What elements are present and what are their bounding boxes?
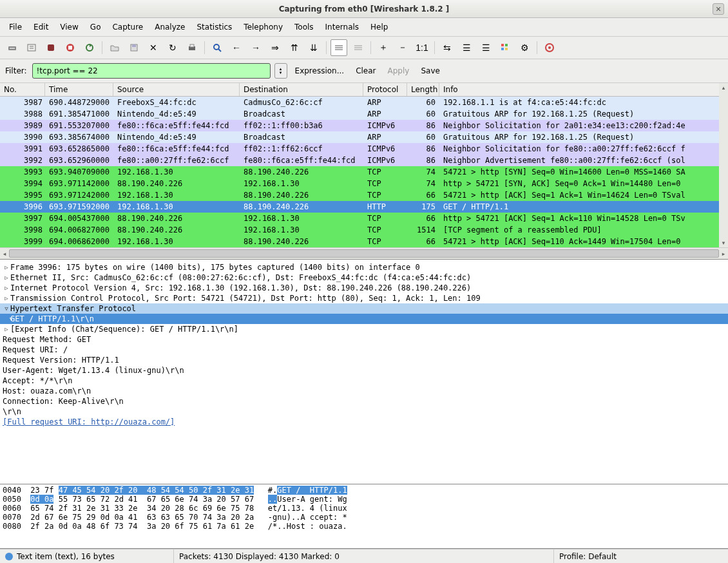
stop-capture-icon[interactable] — [62, 39, 79, 56]
detail-tcp[interactable]: ▷Transmission Control Protocol, Src Port… — [0, 293, 728, 303]
colorize-icon[interactable] — [330, 39, 347, 56]
packet-row[interactable]: 3994693.97114200088.190.240.226192.168.1… — [0, 178, 728, 189]
go-last-icon[interactable]: ⇊ — [305, 39, 322, 56]
menu-go[interactable]: Go — [85, 21, 106, 33]
interfaces-icon[interactable] — [4, 39, 21, 56]
packet-row[interactable]: 3993693.940709000192.168.1.3088.190.240.… — [0, 166, 728, 178]
main-toolbar: ✕ ↻ ← → ⇒ ⇈ ⇊ ＋ － 1:1 ⇆ ☰ ☰ ⚙ — [0, 37, 728, 59]
detail-http[interactable]: ▽Hypertext Transfer Protocol — [0, 303, 728, 314]
apply-button[interactable]: Apply — [384, 65, 414, 77]
hex-row[interactable]: 0060 65 74 2f 31 2e 31 33 2e 34 20 28 6c… — [3, 504, 725, 513]
hex-row[interactable]: 0050 0d 0a 55 73 65 72 2d 41 67 65 6e 74… — [3, 495, 725, 504]
menu-telephony[interactable]: Telephony — [238, 21, 288, 33]
packet-row[interactable]: 3997694.00543700088.190.240.226192.168.1… — [0, 213, 728, 224]
packet-row[interactable]: 3998694.00682700088.190.240.226192.168.1… — [0, 224, 728, 236]
menu-help[interactable]: Help — [365, 21, 393, 33]
restart-capture-icon[interactable] — [81, 39, 98, 56]
resize-columns-icon[interactable]: ⇆ — [439, 39, 455, 56]
detail-ua[interactable]: User-Agent: Wget/1.13.4 (linux-gnu)\r\n — [0, 365, 728, 376]
vertical-scrollbar[interactable]: ▴▾ — [719, 83, 728, 247]
clear-button[interactable]: Clear — [352, 65, 379, 77]
zoom-in-icon[interactable]: ＋ — [375, 39, 392, 56]
expert-indicator-icon[interactable] — [5, 553, 13, 560]
status-right[interactable]: Profile: Default — [554, 549, 728, 563]
menu-view[interactable]: View — [55, 21, 83, 33]
detail-version[interactable]: Request Version: HTTP/1.1 — [0, 355, 728, 365]
packet-list-body[interactable]: 3987690.448729000FreeboxS_44:fc:dcCadmus… — [0, 97, 728, 247]
hex-row[interactable]: 0080 2f 2a 0d 0a 48 6f 73 74 3a 20 6f 75… — [3, 522, 725, 531]
open-file-icon[interactable] — [106, 39, 123, 56]
detail-uri[interactable]: Request URI: / — [0, 345, 728, 355]
menubar: FileEditViewGoCaptureAnalyzeStatisticsTe… — [0, 18, 728, 37]
col-source[interactable]: Source — [113, 83, 240, 96]
svg-point-26 — [548, 46, 551, 49]
separator — [537, 41, 537, 54]
capture-filters-icon[interactable]: ☰ — [458, 39, 475, 56]
menu-analyze[interactable]: Analyze — [149, 21, 190, 33]
menu-capture[interactable]: Capture — [107, 21, 148, 33]
hex-row[interactable]: 0070 2d 67 6e 75 29 0d 0a 41 63 63 65 70… — [3, 513, 725, 522]
save-file-icon[interactable] — [126, 39, 142, 56]
go-first-icon[interactable]: ⇈ — [286, 39, 303, 56]
print-icon[interactable] — [184, 39, 200, 56]
find-icon[interactable] — [209, 39, 225, 56]
svg-rect-24 — [505, 48, 508, 50]
help-icon[interactable] — [541, 39, 558, 56]
detail-host[interactable]: Host: ouaza.com\r\n — [0, 386, 728, 396]
col-destination[interactable]: Destination — [240, 83, 363, 96]
menu-internals[interactable]: Internals — [320, 21, 365, 33]
detail-fulluri[interactable]: [Full request URI: http://ouaza.com/] — [0, 417, 728, 427]
filter-input[interactable] — [32, 63, 271, 79]
zoom-out-icon[interactable]: － — [394, 39, 411, 56]
col-info[interactable]: Info — [439, 83, 728, 96]
packet-row[interactable]: 3990693.385674000Nintendo_4d:e5:49Broadc… — [0, 131, 728, 143]
svg-point-13 — [214, 44, 219, 50]
detail-frame[interactable]: ▷Frame 3996: 175 bytes on wire (1400 bit… — [0, 262, 728, 272]
col-protocol[interactable]: Protocol — [363, 83, 407, 96]
packet-row[interactable]: 3987690.448729000FreeboxS_44:fc:dcCadmus… — [0, 97, 728, 108]
autoscroll-icon[interactable] — [350, 39, 367, 56]
packet-bytes-pane[interactable]: 0040 23 7f 47 45 54 20 2f 20 48 54 54 50… — [0, 484, 728, 549]
menu-statistics[interactable]: Statistics — [191, 21, 237, 33]
separator — [102, 41, 102, 54]
packet-details-pane[interactable]: ▷Frame 3996: 175 bytes on wire (1400 bit… — [0, 260, 728, 484]
detail-get-line[interactable]: ▽ GET / HTTP/1.1\r\n — [0, 314, 728, 324]
close-file-icon[interactable]: ✕ — [145, 39, 162, 56]
col-length[interactable]: Length — [407, 83, 439, 96]
packet-row[interactable]: 3988691.385471000Nintendo_4d:e5:49Broadc… — [0, 108, 728, 120]
detail-accept[interactable]: Accept: */*\r\n — [0, 376, 728, 386]
options-icon[interactable] — [23, 39, 40, 56]
detail-ethernet[interactable]: ▷Ethernet II, Src: CadmusCo_62:6c:cf (08… — [0, 272, 728, 283]
go-to-packet-icon[interactable]: ⇒ — [267, 39, 283, 56]
menu-file[interactable]: File — [4, 21, 27, 33]
close-button[interactable]: ✕ — [713, 3, 724, 15]
detail-method[interactable]: Request Method: GET — [0, 334, 728, 345]
horizontal-scrollbar[interactable]: ◂▸ — [0, 247, 728, 259]
detail-crlf[interactable]: \r\n — [0, 406, 728, 417]
detail-conn[interactable]: Connection: Keep-Alive\r\n — [0, 396, 728, 406]
display-filters-icon[interactable]: ☰ — [477, 39, 494, 56]
col-no[interactable]: No. — [0, 83, 45, 96]
hex-row[interactable]: 0040 23 7f 47 45 54 20 2f 20 48 54 54 50… — [3, 486, 725, 495]
save-button[interactable]: Save — [417, 65, 443, 77]
menu-edit[interactable]: Edit — [28, 21, 53, 33]
reload-icon[interactable]: ↻ — [164, 39, 181, 56]
detail-ip[interactable]: ▷Internet Protocol Version 4, Src: 192.1… — [0, 283, 728, 293]
menu-tools[interactable]: Tools — [289, 21, 319, 33]
packet-row[interactable]: 3999694.006862000192.168.1.3088.190.240.… — [0, 236, 728, 247]
zoom-reset-icon[interactable]: 1:1 — [414, 39, 430, 56]
go-forward-icon[interactable]: → — [247, 39, 264, 56]
col-time[interactable]: Time — [45, 83, 113, 96]
detail-expert[interactable]: ▷ [Expert Info (Chat/Sequence): GET / HT… — [0, 324, 728, 334]
go-back-icon[interactable]: ← — [228, 39, 245, 56]
packet-row[interactable]: 3991693.652865000fe80::f6ca:e5ff:fe44:fc… — [0, 143, 728, 155]
expression-button[interactable]: Expression... — [291, 65, 349, 77]
filter-dropdown[interactable]: ▴▾ — [274, 63, 287, 79]
coloring-rules-icon[interactable] — [497, 39, 513, 56]
packet-row[interactable]: 3992693.652960000fe80::a00:27ff:fe62:6cc… — [0, 155, 728, 166]
packet-row[interactable]: 3989691.553207000fe80::f6ca:e5ff:fe44:fc… — [0, 120, 728, 131]
preferences-icon[interactable]: ⚙ — [516, 39, 533, 56]
packet-row[interactable]: 3995693.971242000192.168.1.3088.190.240.… — [0, 189, 728, 201]
packet-row[interactable]: 3996693.971592000192.168.1.3088.190.240.… — [0, 201, 728, 213]
start-capture-icon[interactable] — [43, 39, 59, 56]
